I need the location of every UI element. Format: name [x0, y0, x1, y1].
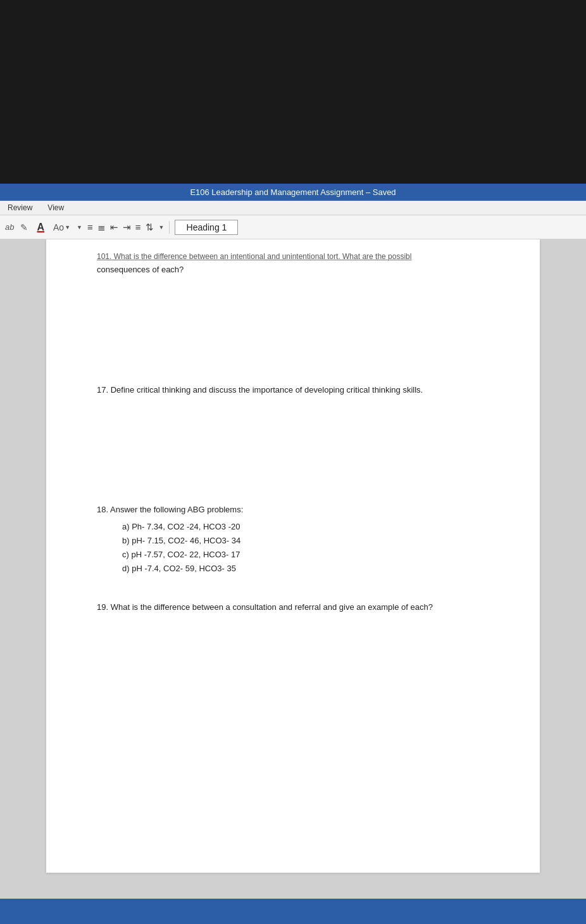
q18-c-text: pH -7.57, CO2- 22, HCO3- 17 [131, 550, 240, 559]
toolbar-ab-label: ab [5, 222, 14, 232]
document-area: 101. What is the difference between an i… [0, 239, 586, 924]
spacing-dropdown-arrow[interactable]: ▼ [159, 224, 165, 231]
q18-b-label: b) [122, 536, 130, 545]
font-ao-dropdown-arrow: ▼ [65, 224, 70, 231]
font-Ao-button[interactable]: Ao ▼ [51, 221, 73, 234]
q18-sub-list: a) Ph- 7.34, CO2 -24, HCO3 -20 b) pH- 7.… [122, 520, 502, 576]
title-text: E106 Leadership and Management Assignmen… [190, 187, 396, 197]
menu-bar: Review View [0, 201, 586, 215]
heading-style-selector[interactable]: Heading 1 [175, 220, 238, 235]
q18-d-label: d) [122, 564, 130, 573]
document-page: 101. What is the difference between an i… [46, 239, 540, 873]
q18-item-d: d) pH -7.4, CO2- 59, HCO3- 35 [122, 562, 502, 576]
question-19: 19. What is the difference between a con… [97, 601, 502, 614]
title-bar: E106 Leadership and Management Assignmen… [0, 184, 586, 201]
ordered-list-button[interactable]: ≣ [96, 220, 107, 234]
q18-a-text: Ph- 7.34, CO2 -24, HCO3 -20 [132, 522, 240, 531]
q18-item-c: c) pH -7.57, CO2- 22, HCO3- 17 [122, 548, 502, 562]
font-A-button[interactable]: A [34, 220, 47, 234]
q18-a-label: a) [122, 522, 130, 531]
q17-body: Define critical thinking and discuss the… [111, 385, 423, 395]
q18-item-a: a) Ph- 7.34, CO2 -24, HCO3 -20 [122, 520, 502, 534]
list-icons-group: ≡ ≣ ⇤ ⇥ ≡ ⇅ [86, 220, 155, 234]
answer-space-q16 [97, 282, 502, 384]
question-consequences: consequences of each? [97, 263, 502, 276]
answer-space-q17 [97, 402, 502, 503]
bottom-bar [0, 899, 586, 924]
q18-c-label: c) [122, 550, 129, 559]
toolbar-separator [169, 221, 170, 234]
answer-space-q19 [97, 619, 502, 721]
truncated-prev-text: 101. What is the difference between an i… [97, 252, 502, 261]
q19-number: 19. [97, 602, 108, 612]
space-q18-q19 [97, 582, 502, 601]
question-17: 17. Define critical thinking and discuss… [97, 384, 502, 396]
q17-text: 17. Define critical thinking and discuss… [97, 384, 502, 396]
toolbar: ab ✎ A Ao ▼ ▼ ≡ ≣ ⇤ ⇥ ≡ ⇅ ▼ Heading 1 [0, 215, 586, 239]
pencil-button[interactable]: ✎ [18, 221, 30, 234]
menu-view[interactable]: View [45, 202, 66, 213]
unordered-list-button[interactable]: ≡ [86, 220, 94, 234]
q19-text: 19. What is the difference between a con… [97, 601, 502, 614]
q18-number: 18. [97, 505, 108, 514]
align-button[interactable]: ≡ [134, 220, 142, 234]
question-18: 18. Answer the following ABG problems: a… [97, 503, 502, 576]
font-size-dropdown-arrow[interactable]: ▼ [77, 224, 82, 231]
q18-b-text: pH- 7.15, CO2- 46, HCO3- 34 [132, 536, 240, 545]
q17-number: 17. [97, 385, 108, 395]
consequences-text: consequences of each? [97, 263, 502, 276]
q18-text: 18. Answer the following ABG problems: [97, 503, 502, 516]
q18-d-text: pH -7.4, CO2- 59, HCO3- 35 [132, 564, 236, 573]
line-spacing-button[interactable]: ⇅ [144, 220, 155, 234]
top-bezel [0, 0, 586, 184]
heading-style-label: Heading 1 [187, 222, 227, 232]
q18-body: Answer the following ABG problems: [110, 505, 243, 514]
menu-review[interactable]: Review [5, 202, 35, 213]
increase-indent-button[interactable]: ⇥ [122, 220, 132, 234]
font-Ao-label: Ao [53, 222, 64, 232]
font-A-label: A [37, 222, 44, 233]
decrease-indent-button[interactable]: ⇤ [109, 220, 120, 234]
q18-item-b: b) pH- 7.15, CO2- 46, HCO3- 34 [122, 534, 502, 548]
q19-body: What is the difference between a consult… [111, 602, 433, 612]
